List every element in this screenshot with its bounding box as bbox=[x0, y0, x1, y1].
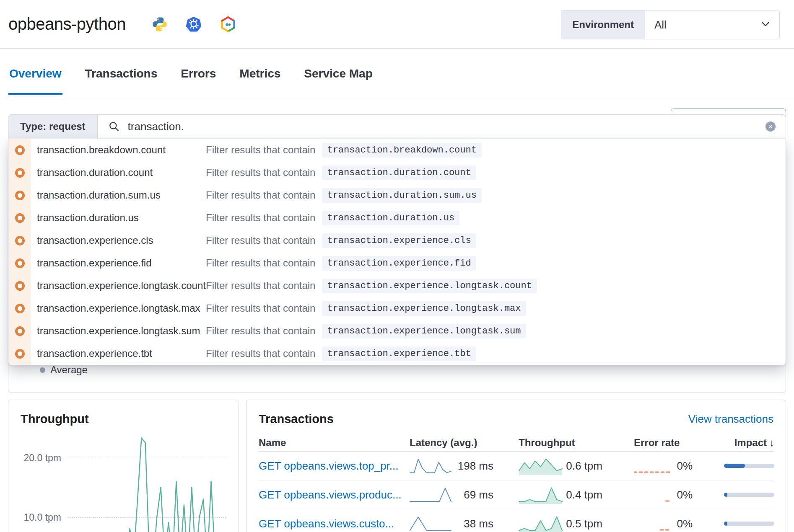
field-icon bbox=[8, 184, 31, 207]
tab-transactions[interactable]: Transactions bbox=[84, 49, 158, 95]
throughput-value: 0.6 tpm bbox=[563, 460, 602, 473]
suggestion-field: transaction.experience.longtask.max bbox=[37, 302, 206, 314]
field-icon bbox=[8, 207, 31, 229]
suggestion-item[interactable]: transaction.experience.cls Filter result… bbox=[8, 229, 786, 252]
suggestion-item[interactable]: transaction.experience.longtask.sum Filt… bbox=[8, 320, 786, 342]
suggestion-description: Filter results that contain bbox=[206, 212, 315, 224]
python-icon bbox=[152, 16, 168, 32]
latency-value: 198 ms bbox=[451, 460, 493, 473]
chart-legend-average[interactable]: Average bbox=[40, 364, 88, 376]
transactions-table: Name Latency (avg.) Throughput Error rat… bbox=[259, 434, 773, 532]
suggestion-item[interactable]: transaction.experience.tbt Filter result… bbox=[8, 342, 786, 365]
search-input[interactable] bbox=[127, 120, 765, 134]
suggestion-description: Filter results that contain bbox=[206, 302, 315, 314]
suggestion-item[interactable]: transaction.duration.sum.us Filter resul… bbox=[8, 184, 786, 207]
suggestion-item[interactable]: transaction.duration.us Filter results t… bbox=[8, 207, 786, 229]
view-transactions-link[interactable]: View transactions bbox=[688, 413, 773, 426]
col-latency[interactable]: Latency (avg.) bbox=[410, 437, 493, 449]
throughput-value: 0.4 tpm bbox=[563, 488, 602, 501]
suggestion-code: transaction.experience.fid bbox=[322, 256, 476, 271]
environment-value: All bbox=[654, 18, 667, 31]
table-row: GET opbeans.views.custo... 38 ms 0.5 tpm… bbox=[259, 509, 773, 532]
transaction-link[interactable]: GET opbeans.views.top_pr... bbox=[259, 460, 401, 473]
chart-panel: Type: request × transaction.breakdown.co… bbox=[8, 114, 786, 393]
throughput-sparkline bbox=[519, 456, 563, 475]
error-rate-value: 0% bbox=[672, 488, 693, 501]
error-rate-sparkline bbox=[634, 516, 672, 531]
suggestion-field: transaction.duration.us bbox=[37, 212, 206, 224]
suggestion-description: Filter results that contain bbox=[206, 280, 315, 292]
field-icon bbox=[8, 139, 31, 161]
col-impact[interactable]: Impact ↓ bbox=[724, 437, 774, 449]
suggestion-code: transaction.breakdown.count bbox=[322, 143, 481, 158]
suggestion-code: transaction.experience.longtask.max bbox=[322, 301, 526, 316]
transactions-title: Transactions bbox=[259, 412, 334, 426]
tab-errors[interactable]: Errors bbox=[180, 49, 217, 95]
suggestion-code: transaction.experience.longtask.count bbox=[322, 279, 537, 293]
error-rate-value: 0% bbox=[672, 460, 693, 473]
field-icon bbox=[8, 342, 31, 365]
suggestion-field: transaction.breakdown.count bbox=[37, 144, 206, 156]
col-throughput[interactable]: Throughput bbox=[519, 437, 602, 449]
environment-control: Environment All bbox=[561, 10, 780, 39]
suggestion-item[interactable]: transaction.duration.count Filter result… bbox=[8, 161, 786, 184]
sort-descending-icon: ↓ bbox=[769, 437, 774, 449]
autocomplete-panel: transaction.breakdown.count Filter resul… bbox=[8, 138, 786, 365]
kql-search-bar: Type: request × bbox=[8, 115, 786, 138]
table-header-row: Name Latency (avg.) Throughput Error rat… bbox=[259, 434, 773, 452]
col-name[interactable]: Name bbox=[259, 437, 401, 449]
throughput-chart-area: 20.0 tpm 10.0 tpm bbox=[21, 431, 226, 532]
throughput-sparkline bbox=[519, 514, 563, 532]
suggestion-description: Filter results that contain bbox=[206, 325, 315, 337]
latency-value: 38 ms bbox=[451, 517, 493, 530]
suggestion-item[interactable]: transaction.experience.longtask.count Fi… bbox=[8, 274, 786, 297]
table-row: GET opbeans.views.produc... 69 ms 0.4 tp… bbox=[259, 480, 773, 509]
tab-service-map[interactable]: Service Map bbox=[303, 49, 373, 95]
table-row: GET opbeans.views.top_pr... 198 ms 0.6 t… bbox=[259, 452, 773, 480]
throughput-value: 0.5 tpm bbox=[563, 517, 602, 530]
tab-metrics[interactable]: Metrics bbox=[239, 49, 281, 95]
suggestion-code: transaction.experience.tbt bbox=[322, 346, 476, 361]
kubernetes-icon bbox=[185, 16, 202, 33]
suggestion-item[interactable]: transaction.experience.fid Filter result… bbox=[8, 252, 786, 274]
chevron-down-icon bbox=[761, 18, 770, 31]
suggestion-field: transaction.experience.fid bbox=[37, 257, 206, 269]
suggestion-item[interactable]: transaction.experience.longtask.max Filt… bbox=[8, 297, 786, 320]
col-error-rate[interactable]: Error rate bbox=[634, 437, 693, 449]
suggestion-description: Filter results that contain bbox=[206, 257, 315, 269]
col-impact-label: Impact bbox=[734, 437, 767, 449]
y-tick-10tpm: 10.0 tpm bbox=[21, 512, 61, 523]
suggestion-field: transaction.experience.tbt bbox=[37, 348, 206, 359]
suggestion-code: transaction.duration.count bbox=[322, 165, 476, 180]
suggestion-field: transaction.experience.longtask.count bbox=[37, 280, 206, 292]
google-cloud-icon bbox=[220, 16, 236, 33]
error-rate-value: 0% bbox=[672, 517, 693, 530]
latency-sparkline bbox=[410, 457, 451, 475]
suggestion-description: Filter results that contain bbox=[206, 189, 315, 201]
throughput-chart bbox=[67, 431, 219, 532]
suggestion-field: transaction.experience.cls bbox=[37, 235, 206, 246]
suggestion-description: Filter results that contain bbox=[206, 348, 315, 359]
suggestion-description: Filter results that contain bbox=[206, 167, 315, 178]
suggestion-code: transaction.experience.longtask.sum bbox=[322, 324, 526, 338]
error-rate-sparkline bbox=[634, 458, 672, 473]
impact-bar bbox=[724, 464, 774, 468]
service-header: opbeans-python bbox=[0, 0, 794, 49]
clear-search-icon[interactable]: × bbox=[765, 121, 776, 132]
suggestion-item[interactable]: transaction.breakdown.count Filter resul… bbox=[8, 139, 786, 161]
suggestion-field: transaction.duration.count bbox=[37, 167, 206, 178]
transaction-link[interactable]: GET opbeans.views.produc... bbox=[259, 488, 401, 501]
y-tick-20tpm: 20.0 tpm bbox=[21, 452, 61, 464]
impact-bar bbox=[724, 522, 774, 526]
legend-label: Average bbox=[50, 364, 88, 376]
service-badges bbox=[152, 16, 236, 33]
type-filter-pill[interactable]: Type: request bbox=[8, 115, 98, 138]
suggestion-code: transaction.experience.cls bbox=[322, 233, 476, 248]
latency-sparkline bbox=[410, 514, 451, 532]
tab-overview[interactable]: Overview bbox=[8, 49, 62, 95]
legend-dot-icon bbox=[40, 367, 45, 373]
transaction-link[interactable]: GET opbeans.views.custo... bbox=[259, 517, 401, 530]
service-tabs: Overview Transactions Errors Metrics Ser… bbox=[0, 49, 794, 100]
suggestion-code: transaction.duration.sum.us bbox=[322, 188, 481, 203]
environment-select[interactable]: All bbox=[645, 10, 779, 39]
